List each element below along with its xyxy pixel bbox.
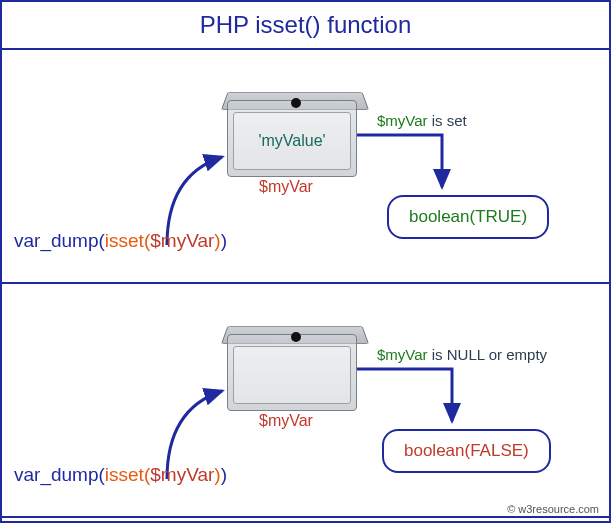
result-text: boolean(TRUE) [409, 207, 527, 226]
panel-set: 'myValue' $myVar $myVar is [2, 50, 609, 284]
status-label: $myVar is NULL or empty [377, 346, 547, 363]
code-expression: var_dump(isset($myVar)) [14, 464, 227, 486]
variable-name-label: $myVar [259, 178, 313, 196]
fn-var-dump: var_dump [14, 230, 99, 251]
diagram-title: PHP isset() function [2, 2, 609, 50]
status-var: $myVar [377, 112, 428, 129]
lock-icon [291, 332, 301, 342]
title-text: PHP isset() function [200, 11, 412, 39]
arg: $myVar [150, 464, 214, 485]
code-expression: var_dump(isset($myVar)) [14, 230, 227, 252]
status-var: $myVar [377, 346, 428, 363]
paren: ) [221, 230, 227, 251]
credit-text: © w3resource.com [507, 503, 599, 515]
fn-isset: isset [105, 464, 144, 485]
result-text: boolean(FALSE) [404, 441, 529, 460]
status-text: is NULL or empty [432, 346, 547, 363]
fn-isset: isset [105, 230, 144, 251]
status-text: is set [432, 112, 467, 129]
paren: ) [221, 464, 227, 485]
status-label: $myVar is set [377, 112, 467, 129]
box-value-text: 'myValue' [258, 132, 325, 150]
result-box: boolean(FALSE) [382, 429, 551, 473]
arg: $myVar [150, 230, 214, 251]
panel-not-set: $myVar $myVar is NULL or empty bool [2, 284, 609, 518]
lock-icon [291, 98, 301, 108]
variable-name-label: $myVar [259, 412, 313, 430]
fn-var-dump: var_dump [14, 464, 99, 485]
result-box: boolean(TRUE) [387, 195, 549, 239]
diagram-frame: PHP isset() function 'myValue' $myVar [0, 0, 611, 523]
